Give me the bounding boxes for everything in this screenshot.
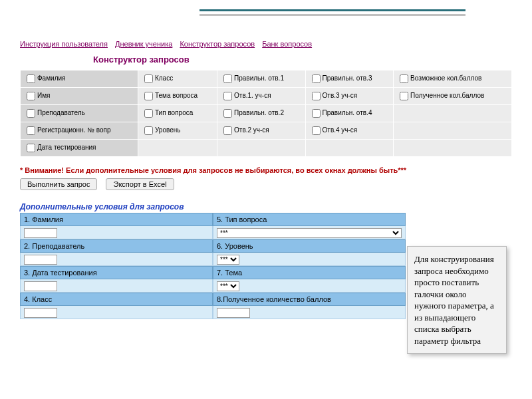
- chk-score[interactable]: [400, 92, 408, 100]
- cond-theme-label: 7. Тема: [213, 266, 406, 279]
- chk-ans1[interactable]: [223, 74, 232, 83]
- run-button[interactable]: Выполнить запрос: [20, 178, 97, 190]
- chk-lastname[interactable]: [27, 74, 35, 83]
- lbl-lastname: Фамилия: [37, 74, 65, 82]
- chk-ans2[interactable]: [223, 109, 232, 118]
- warning-text: * Внимание! Если дополнительные условия …: [20, 166, 512, 174]
- chk-class[interactable]: [144, 74, 153, 83]
- chk-regno[interactable]: [27, 126, 35, 135]
- chk-teacher[interactable]: [27, 109, 35, 118]
- cond-date-label: 3. Дата тестирования: [20, 266, 213, 279]
- cond-qtype-label: 5. Тип вопроса: [213, 213, 406, 226]
- lbl-level: Уровень: [155, 126, 181, 134]
- chk-level[interactable]: [144, 126, 153, 135]
- top-nav: Инструкция пользователя Дневник ученика …: [20, 40, 512, 48]
- lbl-score: Полученное кол.баллов: [410, 92, 484, 99]
- button-row: Выполнить запрос Экспорт в Excel: [20, 178, 512, 190]
- nav-diary[interactable]: Дневник ученика: [115, 40, 172, 48]
- chk-sans4[interactable]: [312, 126, 321, 135]
- chk-sans2[interactable]: [223, 126, 232, 135]
- chk-sans1[interactable]: [223, 92, 232, 100]
- chk-topic[interactable]: [144, 92, 153, 100]
- cond-score-input[interactable]: [217, 308, 250, 318]
- cond-date-input[interactable]: [24, 281, 57, 291]
- lbl-date: Дата тестирования: [37, 144, 96, 151]
- lbl-ans4: Правильн. отв.4: [323, 109, 372, 116]
- lbl-teacher: Преподаватель: [37, 109, 85, 116]
- cond-lastname-label: 1. Фамилия: [20, 213, 213, 226]
- cond-theme-select[interactable]: ***: [217, 281, 239, 291]
- cond-lastname-input[interactable]: [24, 228, 57, 238]
- chk-firstname[interactable]: [27, 92, 35, 100]
- chk-ans3[interactable]: [312, 74, 321, 83]
- lbl-sans4: Отв.4 уч-ся: [323, 126, 358, 134]
- cond-qtype-select[interactable]: ***: [217, 228, 402, 238]
- lbl-qtype: Тип вопроса: [155, 109, 193, 116]
- cond-teacher-label: 2. Преподаватель: [20, 239, 213, 253]
- lbl-regno: Регистрационн. № вопр: [37, 126, 110, 134]
- chk-ans4[interactable]: [312, 109, 321, 118]
- lbl-sans3: Отв.3 уч-ся: [323, 92, 358, 99]
- cond-score-label: 8.Полученное количество баллов: [213, 293, 406, 306]
- fields-grid: Фамилия Класс Правильн. отв.1 Правильн. …: [20, 70, 512, 157]
- help-callout: Для конструирования запроса необходимо п…: [407, 246, 507, 354]
- chk-qtype[interactable]: [144, 109, 153, 118]
- cond-level-label: 6. Уровень: [213, 239, 406, 253]
- nav-bank[interactable]: Банк вопросов: [262, 40, 312, 48]
- cond-class-input[interactable]: [24, 308, 57, 318]
- lbl-ans1: Правильн. отв.1: [234, 74, 284, 82]
- page-title: Конструктор запросов: [93, 55, 512, 65]
- lbl-class: Класс: [155, 74, 173, 82]
- nav-constructor[interactable]: Конструктор запросов: [180, 40, 255, 48]
- lbl-sans2: Отв.2 уч-ся: [234, 126, 269, 134]
- lbl-firstname: Имя: [37, 92, 50, 99]
- chk-maxscore[interactable]: [400, 74, 408, 83]
- conditions-panel: 1. Фамилия 2. Преподаватель 3. Дата тест…: [20, 213, 406, 319]
- chk-date[interactable]: [27, 144, 35, 152]
- chk-sans3[interactable]: [312, 92, 321, 100]
- header-decoration: [200, 9, 466, 16]
- lbl-topic: Тема вопроса: [155, 92, 198, 99]
- lbl-ans3: Правильн. отв.3: [323, 74, 372, 82]
- export-button[interactable]: Экспорт в Excel: [106, 178, 174, 190]
- cond-level-select[interactable]: ***: [217, 255, 239, 265]
- lbl-sans1: Отв.1. уч-ся: [234, 92, 271, 99]
- nav-instruction[interactable]: Инструкция пользователя: [20, 40, 108, 48]
- lbl-maxscore: Возможное кол.баллов: [410, 74, 481, 82]
- lbl-ans2: Правильн. отв.2: [234, 109, 284, 116]
- cond-teacher-input[interactable]: [24, 255, 57, 265]
- cond-class-label: 4. Класс: [20, 293, 213, 306]
- conditions-title: Дополнительные условия для запросов: [20, 202, 512, 211]
